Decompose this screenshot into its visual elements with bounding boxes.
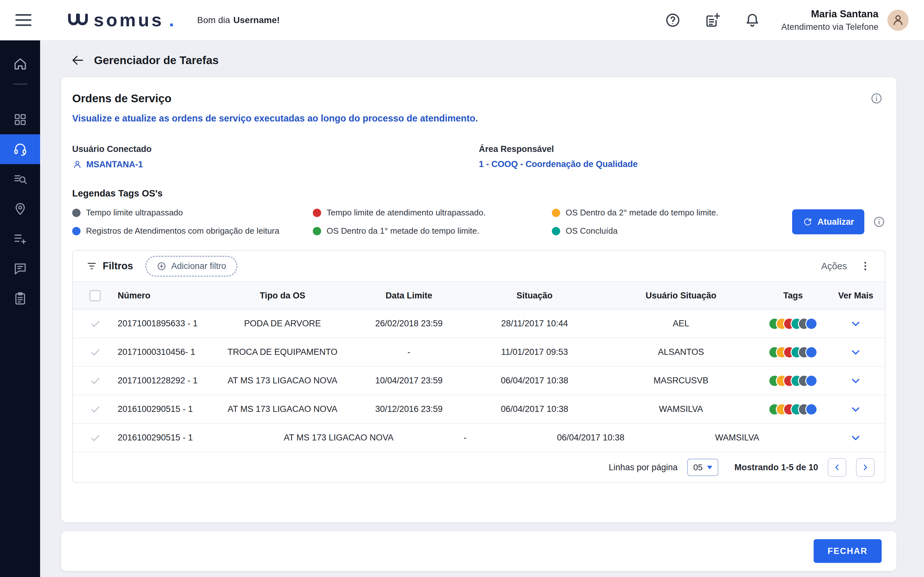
connected-user-block: Usuário Conectado MSANTANA-1 (72, 144, 479, 169)
logo: somus. (67, 11, 174, 29)
user-name: Maria Santana (781, 8, 879, 20)
order-deadline: 26/02/2018 23:59 (351, 319, 467, 329)
sidebar-item-location[interactable] (0, 194, 40, 224)
sidebar-item-note[interactable] (0, 253, 40, 284)
order-status-date: 06/04/2017 10:38 (467, 404, 603, 414)
order-status-user: WAMSILVA (659, 433, 816, 443)
legend-item: OS Concluída (552, 226, 733, 236)
table-row: 2016100290515 - 1 AT MS 173 LIGACAO NOVA… (73, 395, 885, 424)
next-page-button[interactable] (856, 458, 875, 477)
back-arrow-icon[interactable] (70, 53, 85, 68)
orders-card: Ordens de Serviço Visualize e atualize a… (61, 77, 897, 522)
headset-icon (13, 142, 27, 157)
tag-dot-blue (72, 227, 81, 235)
responsible-area-link[interactable]: 1 - COOQ - Coordenação de Qualidade (479, 159, 886, 169)
greeting: Bom dia Username! (197, 15, 280, 25)
select-all-checkbox[interactable] (89, 290, 101, 301)
note-add-icon[interactable] (704, 12, 721, 29)
location-icon (13, 201, 27, 216)
tag-dot-gray (72, 209, 81, 217)
avatar[interactable] (887, 10, 909, 31)
orders-table: Filtros Adicionar filtro Ações Número Ti… (72, 250, 885, 483)
sidebar-item-clipboard[interactable] (0, 284, 40, 313)
page-head: Gerenciador de Tarefas (70, 53, 924, 68)
pagination-range: Mostrando 1-5 de 10 (734, 463, 818, 472)
chevron-right-icon (861, 463, 870, 472)
order-tags (759, 346, 827, 358)
sidebar-item-home[interactable] (13, 56, 28, 71)
info-icon[interactable] (873, 215, 885, 228)
tag-dot-blue (805, 318, 817, 330)
pagination: Linhas por página 05 Mostrando 1-5 de 10 (73, 452, 885, 482)
main-content: Gerenciador de Tarefas Ordens de Serviço… (40, 0, 924, 571)
refresh-button-label: Atualizar (817, 217, 854, 227)
expand-row-button[interactable] (849, 403, 863, 416)
hamburger-icon[interactable] (15, 14, 31, 26)
order-type: AT MS 173 LIGACAO NOVA (214, 404, 351, 414)
row-tags (768, 403, 817, 416)
legend-grid: Tempo limite ultrapassadoTempo limite de… (72, 208, 733, 236)
actions-label: Ações (821, 261, 847, 271)
row-tags (768, 346, 817, 358)
legend-label: OS Dentro da 2° metade do tempo limite. (565, 208, 718, 218)
prev-page-button[interactable] (828, 458, 846, 477)
bell-icon[interactable] (744, 12, 761, 29)
footer-bar: FECHAR (61, 531, 897, 571)
check-icon[interactable] (89, 318, 101, 330)
search-list-icon (13, 172, 27, 187)
topbar: somus. Bom dia Username! Maria Santana A… (0, 0, 924, 40)
tag-dot-orange (552, 209, 560, 217)
order-status-user: ALSANTOS (603, 347, 759, 357)
order-tags (759, 403, 827, 416)
card-subtitle: Visualize e atualize as ordens de serviç… (72, 113, 885, 124)
legend-item: Tempo limite de atendimento ultrapassado… (313, 208, 552, 218)
sidebar-item-dashboard[interactable] (0, 105, 40, 134)
check-icon[interactable] (89, 347, 101, 358)
card-title: Ordens de Serviço (72, 92, 171, 105)
table-body: 20171001895633 - 1 PODA DE ARVORE 26/02/… (73, 309, 885, 452)
order-status-date: 28/11/2017 10:44 (467, 319, 603, 329)
responsible-area-block: Área Responsável 1 - COOQ - Coordenação … (479, 144, 886, 169)
expand-row-button[interactable] (849, 317, 863, 330)
close-button[interactable]: FECHAR (814, 539, 882, 563)
help-icon[interactable] (664, 12, 681, 29)
check-icon[interactable] (89, 432, 101, 444)
legend-item: OS Dentro da 1° metade do tempo limite. (313, 226, 552, 236)
page-title: Gerenciador de Tarefas (94, 54, 218, 67)
responsible-area-value: 1 - COOQ - Coordenação de Qualidade (479, 159, 638, 169)
info-icon[interactable] (870, 92, 883, 105)
column-header-numero: Número (118, 291, 214, 301)
rows-per-page-label: Linhas por página (609, 463, 678, 472)
plus-circle-icon (157, 261, 166, 271)
add-filter-button[interactable]: Adicionar filtro (145, 256, 237, 277)
rows-per-page-value: 05 (693, 463, 703, 472)
actions-button[interactable]: Ações (821, 261, 847, 271)
check-icon[interactable] (89, 404, 101, 415)
order-deadline: 10/04/2017 23:59 (351, 376, 467, 386)
tag-dot-blue (805, 375, 817, 387)
tag-dot-green (313, 227, 321, 235)
kebab-menu-icon[interactable] (859, 260, 871, 272)
table-row: 2016100290515 - 1 AT MS 173 LIGACAO NOVA… (73, 424, 885, 452)
sidebar-item-headset[interactable] (0, 134, 40, 164)
connected-user-link[interactable]: MSANTANA-1 (72, 159, 479, 169)
tag-dot-blue (805, 346, 817, 358)
order-tags (759, 375, 827, 387)
sidebar-item-search-list[interactable] (0, 164, 40, 194)
order-number: 20171001895633 - 1 (118, 319, 214, 329)
refresh-button[interactable]: Atualizar (792, 210, 864, 234)
expand-row-button[interactable] (849, 346, 863, 359)
expand-row-button[interactable] (849, 374, 863, 388)
tag-dot-teal (552, 227, 560, 235)
tag-dot-red (313, 209, 321, 217)
column-header-data: Data Limite (351, 291, 467, 301)
greeting-prefix: Bom dia (197, 15, 230, 25)
sidebar-item-task-add[interactable] (0, 224, 40, 253)
order-number: 20171000310456- 1 (118, 347, 214, 357)
chevron-left-icon (832, 463, 842, 472)
column-header-tags: Tags (759, 291, 827, 301)
expand-row-button[interactable] (849, 431, 863, 445)
rows-per-page-select[interactable]: 05 (687, 459, 718, 476)
check-icon[interactable] (89, 375, 101, 387)
table-row: 20171001895633 - 1 PODA DE ARVORE 26/02/… (73, 309, 885, 338)
